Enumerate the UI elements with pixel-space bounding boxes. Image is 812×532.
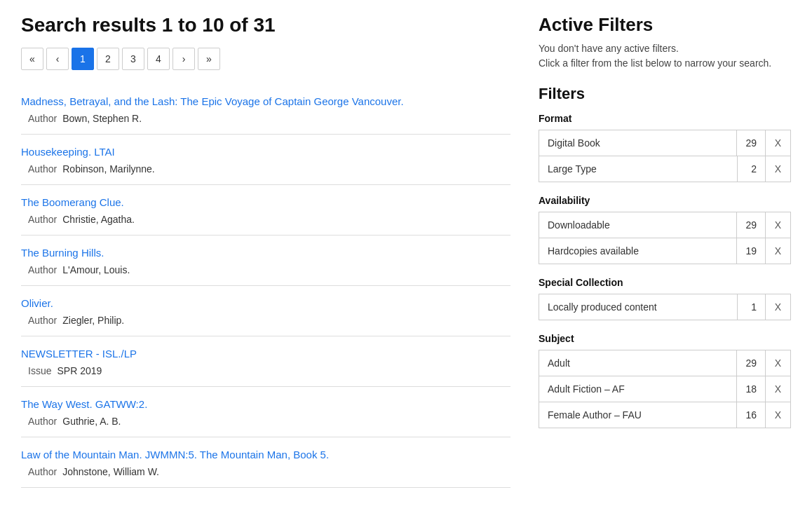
- filter-row: Digital Book 29 X: [539, 130, 790, 156]
- active-filters-line2: Click a filter from the list below to na…: [539, 57, 771, 69]
- filter-count: 19: [736, 238, 765, 264]
- meta-label: Author: [28, 466, 57, 477]
- result-title[interactable]: The Burning Hills.: [21, 245, 510, 260]
- search-title: Search results 1 to 10 of 31: [21, 14, 510, 36]
- result-meta: Author Christie, Agatha.: [21, 214, 510, 225]
- filter-count: 18: [736, 376, 765, 402]
- meta-value: Christie, Agatha.: [62, 214, 135, 225]
- meta-value: Bown, Stephen R.: [62, 113, 142, 124]
- filter-remove-button[interactable]: X: [765, 238, 790, 264]
- meta-value: Johnstone, William W.: [62, 466, 159, 477]
- results-list: Madness, Betrayal, and the Lash: The Epi…: [21, 84, 510, 488]
- filter-table: Adult 29 X Adult Fiction – AF 18 X Femal…: [539, 350, 791, 428]
- meta-value: L'Amour, Louis.: [62, 264, 130, 275]
- filter-name: Large Type: [539, 156, 737, 182]
- filter-name: Downloadable: [539, 212, 736, 238]
- left-panel: Search results 1 to 10 of 31 « ‹ 1 2 3 4…: [21, 14, 510, 488]
- filter-table: Locally produced content 1 X: [539, 294, 791, 320]
- prev-page-button[interactable]: ‹: [46, 48, 69, 70]
- filter-row: Adult 29 X: [539, 350, 790, 376]
- filter-section: Subject Adult 29 X Adult Fiction – AF 18…: [539, 333, 791, 428]
- filter-name: Hardcopies available: [539, 238, 736, 264]
- result-item: Olivier. Author Ziegler, Philip.: [21, 286, 510, 336]
- filter-section-label: Subject: [539, 333, 791, 344]
- result-item: The Way West. GATWW:2. Author Guthrie, A…: [21, 387, 510, 437]
- filter-row: Hardcopies available 19 X: [539, 238, 790, 264]
- meta-label: Author: [28, 315, 57, 326]
- meta-label: Author: [28, 214, 57, 225]
- result-title[interactable]: Law of the Mountain Man. JWMMN:5. The Mo…: [21, 447, 510, 462]
- filter-count: 1: [737, 294, 765, 320]
- result-meta: Author Ziegler, Philip.: [21, 315, 510, 326]
- filter-name: Adult Fiction – AF: [539, 376, 736, 402]
- filter-remove-button[interactable]: X: [765, 294, 790, 320]
- result-meta: Author Johnstone, William W.: [21, 466, 510, 477]
- filter-name: Female Author – FAU: [539, 402, 736, 428]
- filter-table: Downloadable 29 X Hardcopies available 1…: [539, 212, 791, 264]
- active-filters-description: You don't have any active filters. Click…: [539, 41, 791, 71]
- filter-table: Digital Book 29 X Large Type 2 X: [539, 130, 791, 182]
- meta-value: Robinson, Marilynne.: [62, 163, 155, 175]
- page-4-button[interactable]: 4: [147, 48, 170, 70]
- meta-value: Ziegler, Philip.: [62, 315, 124, 326]
- filter-remove-button[interactable]: X: [765, 212, 790, 238]
- result-meta: Author L'Amour, Louis.: [21, 264, 510, 275]
- result-title[interactable]: Madness, Betrayal, and the Lash: The Epi…: [21, 94, 510, 109]
- filter-sections: Format Digital Book 29 X Large Type 2 X …: [539, 113, 791, 428]
- page-2-button[interactable]: 2: [97, 48, 119, 70]
- filter-count: 16: [736, 402, 765, 428]
- result-title[interactable]: Olivier.: [21, 296, 510, 311]
- filter-count: 29: [736, 212, 765, 238]
- filter-remove-button[interactable]: X: [765, 130, 790, 156]
- active-filters-line1: You don't have any active filters.: [539, 43, 679, 54]
- filter-count: 29: [736, 130, 765, 156]
- result-title[interactable]: Housekeeping. LTAI: [21, 144, 510, 159]
- meta-value: SPR 2019: [57, 365, 102, 376]
- result-item: NEWSLETTER - ISL./LP Issue SPR 2019: [21, 336, 510, 387]
- result-meta: Issue SPR 2019: [21, 365, 510, 376]
- filter-count: 29: [736, 350, 765, 376]
- filter-row: Downloadable 29 X: [539, 212, 790, 238]
- filter-section: Special Collection Locally produced cont…: [539, 277, 791, 320]
- meta-label: Author: [28, 264, 57, 275]
- result-item: The Boomerang Clue. Author Christie, Aga…: [21, 185, 510, 236]
- result-title[interactable]: NEWSLETTER - ISL./LP: [21, 346, 510, 361]
- right-panel: Active Filters You don't have any active…: [539, 14, 791, 488]
- filter-remove-button[interactable]: X: [765, 402, 790, 428]
- filter-count: 2: [737, 156, 765, 182]
- result-meta: Author Bown, Stephen R.: [21, 113, 510, 124]
- result-item: The Burning Hills. Author L'Amour, Louis…: [21, 236, 510, 286]
- result-item: Law of the Mountain Man. JWMMN:5. The Mo…: [21, 437, 510, 488]
- first-page-button[interactable]: «: [21, 48, 43, 70]
- meta-label: Author: [28, 416, 57, 427]
- next-page-button[interactable]: ›: [172, 48, 195, 70]
- result-meta: Author Robinson, Marilynne.: [21, 163, 510, 175]
- page-1-button[interactable]: 1: [72, 48, 94, 70]
- filter-section: Availability Downloadable 29 X Hardcopie…: [539, 195, 791, 264]
- meta-label: Issue: [28, 365, 51, 376]
- filter-name: Digital Book: [539, 130, 736, 156]
- filter-row: Female Author – FAU 16 X: [539, 402, 790, 428]
- page-3-button[interactable]: 3: [122, 48, 144, 70]
- filter-row: Adult Fiction – AF 18 X: [539, 376, 790, 402]
- filter-remove-button[interactable]: X: [765, 156, 790, 182]
- result-item: Housekeeping. LTAI Author Robinson, Mari…: [21, 135, 510, 185]
- result-title[interactable]: The Boomerang Clue.: [21, 195, 510, 210]
- result-title[interactable]: The Way West. GATWW:2.: [21, 397, 510, 411]
- filter-row: Large Type 2 X: [539, 156, 790, 182]
- result-item: Madness, Betrayal, and the Lash: The Epi…: [21, 84, 510, 135]
- filter-row: Locally produced content 1 X: [539, 294, 790, 320]
- filter-name: Adult: [539, 350, 736, 376]
- filters-title: Filters: [539, 85, 791, 103]
- meta-label: Author: [28, 113, 57, 124]
- filter-section-label: Special Collection: [539, 277, 791, 288]
- filter-name: Locally produced content: [539, 294, 737, 320]
- meta-label: Author: [28, 163, 57, 175]
- filter-remove-button[interactable]: X: [765, 350, 790, 376]
- pagination: « ‹ 1 2 3 4 › »: [21, 48, 510, 70]
- last-page-button[interactable]: »: [198, 48, 220, 70]
- filter-section: Format Digital Book 29 X Large Type 2 X: [539, 113, 791, 182]
- active-filters-title: Active Filters: [539, 14, 791, 36]
- filter-section-label: Availability: [539, 195, 791, 206]
- filter-remove-button[interactable]: X: [765, 376, 790, 402]
